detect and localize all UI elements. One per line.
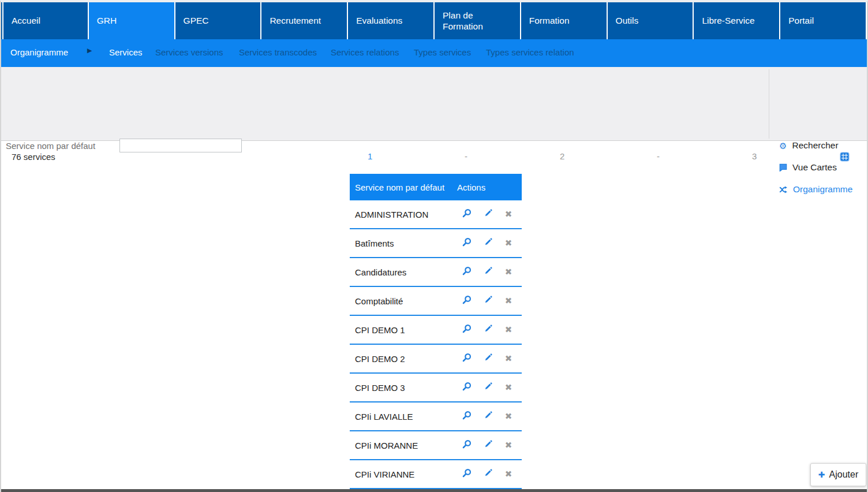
delete-icon[interactable]: ✖ (503, 439, 514, 451)
vue-cartes-label: Vue Cartes (792, 162, 837, 173)
view-icon[interactable] (461, 353, 473, 364)
ajouter-button[interactable]: ✚ Ajouter (810, 463, 866, 486)
view-icon[interactable] (461, 411, 473, 422)
pagination-page-2[interactable]: 2 (560, 151, 564, 161)
tab-libre-service[interactable]: Libre-Service (694, 2, 780, 39)
edit-icon[interactable] (482, 353, 494, 364)
tab-gpec[interactable]: GPEC (175, 2, 262, 39)
view-icon[interactable] (461, 468, 473, 480)
tab-portail[interactable]: Portail (780, 2, 867, 39)
table-row: Comptabilité ✖ (350, 287, 522, 316)
filter-bar: Service nom par défaut ⚙ Rechercher Vue … (1, 67, 867, 141)
organigramme-button[interactable]: Organigramme (779, 184, 852, 195)
grid-view-icon[interactable] (840, 152, 850, 162)
window-bottom-edge (1, 489, 867, 492)
services-table: Service nom par défaut Actions ADMINISTR… (350, 174, 522, 489)
tab-accueil[interactable]: Accueil (2, 2, 89, 39)
vue-cartes-button[interactable]: Vue Cartes (779, 162, 837, 173)
service-name-filter-input[interactable] (119, 139, 242, 152)
edit-icon[interactable] (482, 382, 494, 393)
table-row: CPIi VIRIANNE ✖ (350, 460, 522, 489)
view-icon[interactable] (461, 324, 473, 336)
service-name: ADMINISTRATION (355, 200, 428, 228)
ajouter-label: Ajouter (829, 469, 859, 480)
service-name: CPIi VIRIANNE (355, 460, 414, 488)
shuffle-icon (779, 186, 788, 193)
service-name: Comptabilité (355, 287, 403, 315)
view-icon[interactable] (461, 439, 473, 451)
rechercher-label: Rechercher (792, 140, 838, 151)
service-name: CPIi MORANNE (355, 431, 418, 459)
delete-icon[interactable]: ✖ (503, 382, 514, 393)
app-window: Accueil GRH GPEC Recrutement Evaluations… (0, 0, 868, 492)
subnav-item-services[interactable]: Services (109, 47, 143, 57)
edit-icon[interactable] (482, 324, 494, 336)
delete-icon[interactable]: ✖ (503, 353, 514, 364)
tab-formation[interactable]: Formation (521, 2, 608, 39)
delete-icon[interactable]: ✖ (503, 324, 514, 336)
view-icon[interactable] (461, 382, 473, 393)
table-header: Service nom par défaut Actions (350, 174, 522, 200)
service-name: Batîments (355, 229, 394, 257)
pagination-page-3[interactable]: 3 (752, 151, 757, 161)
services-count: 76 services (12, 152, 55, 162)
table-row: CPIi LAVIALLE ✖ (350, 402, 522, 431)
table-row: CPI DEMO 2 ✖ (350, 345, 522, 374)
edit-icon[interactable] (482, 295, 494, 307)
subnav-item-services-versions[interactable]: Services versions (155, 47, 223, 57)
filter-label: Service nom par défaut (6, 141, 95, 151)
subnav-item-types-services[interactable]: Types services (414, 47, 471, 57)
pagination-separator: - (657, 151, 660, 161)
edit-icon[interactable] (482, 237, 494, 249)
column-header-actions: Actions (457, 182, 515, 192)
edit-icon[interactable] (482, 468, 494, 480)
edit-icon[interactable] (482, 266, 494, 278)
main-nav: Accueil GRH GPEC Recrutement Evaluations… (1, 2, 867, 39)
tab-outils[interactable]: Outils (608, 2, 694, 39)
service-name: CPI DEMO 2 (355, 345, 405, 372)
rechercher-button[interactable]: ⚙ Rechercher (779, 140, 839, 151)
delete-icon[interactable]: ✖ (503, 468, 514, 480)
gear-icon: ⚙ (779, 141, 787, 150)
pagination-separator: - (465, 151, 467, 161)
table-row: ADMINISTRATION ✖ (350, 200, 522, 229)
table-row: Batîments ✖ (350, 229, 522, 258)
subnav-item-types-services-relation[interactable]: Types services relation (486, 47, 574, 57)
tab-evaluations[interactable]: Evaluations (348, 2, 435, 39)
table-row: Candidatures ✖ (350, 258, 522, 287)
submenu-arrow-icon[interactable]: ▶ (87, 47, 92, 54)
plus-icon: ✚ (818, 471, 825, 479)
subnav-item-services-relations[interactable]: Services relations (331, 47, 399, 57)
panel-divider (769, 69, 769, 139)
service-name: CPI DEMO 1 (355, 316, 405, 344)
delete-icon[interactable]: ✖ (503, 295, 514, 307)
view-icon[interactable] (461, 237, 473, 249)
edit-icon[interactable] (482, 411, 494, 422)
delete-icon[interactable]: ✖ (503, 237, 514, 249)
delete-icon[interactable]: ✖ (503, 266, 514, 278)
service-name: Candidatures (355, 258, 406, 286)
edit-icon[interactable] (482, 439, 494, 451)
view-icon[interactable] (461, 208, 473, 220)
edit-icon[interactable] (482, 208, 494, 220)
service-name: CPI DEMO 3 (355, 374, 405, 401)
table-row: CPI DEMO 1 ✖ (350, 316, 522, 345)
organigramme-label: Organigramme (793, 184, 852, 195)
table-row: CPI DEMO 3 ✖ (350, 374, 522, 402)
subnav-item-services-transcodes[interactable]: Services transcodes (239, 47, 317, 57)
delete-icon[interactable]: ✖ (503, 411, 514, 422)
column-header-name: Service nom par défaut (350, 182, 457, 192)
tab-recrutement[interactable]: Recrutement (261, 2, 348, 39)
view-icon[interactable] (461, 266, 473, 278)
tab-grh[interactable]: GRH (89, 2, 175, 39)
subnav-organigramme[interactable]: Organigramme (10, 47, 68, 57)
delete-icon[interactable]: ✖ (503, 208, 514, 220)
pagination-page-1[interactable]: 1 (368, 151, 372, 161)
tab-plan-de-formation[interactable]: Plan de Formation (435, 2, 521, 39)
service-name: CPIi LAVIALLE (355, 402, 413, 430)
view-icon[interactable] (461, 295, 473, 307)
table-row: CPIi MORANNE ✖ (350, 431, 522, 460)
cards-icon (779, 163, 787, 172)
sub-nav: Organigramme ▶ Services Services version… (1, 39, 867, 67)
